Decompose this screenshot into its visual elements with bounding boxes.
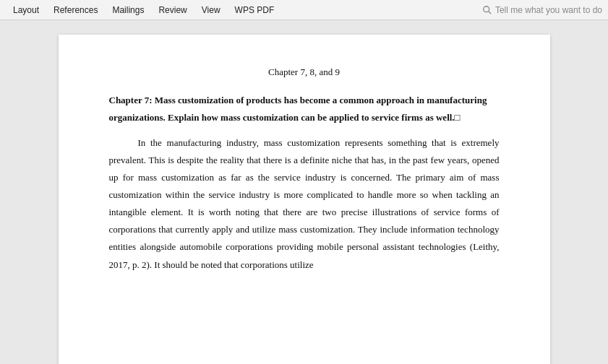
document-page: Chapter 7, 8, and 9 Chapter 7: Mass cust… bbox=[59, 35, 550, 364]
body-paragraph: In the manufacturing industry, mass cust… bbox=[109, 134, 500, 273]
search-icon bbox=[482, 5, 492, 15]
document-area: Chapter 7, 8, and 9 Chapter 7: Mass cust… bbox=[0, 20, 608, 364]
menu-view[interactable]: View bbox=[194, 2, 228, 18]
svg-line-1 bbox=[489, 11, 492, 14]
search-bar[interactable]: Tell me what you want to do bbox=[482, 5, 602, 15]
document-title: Chapter 7, 8, and 9 bbox=[109, 64, 500, 80]
menu-references[interactable]: References bbox=[46, 2, 105, 18]
search-placeholder: Tell me what you want to do bbox=[495, 5, 602, 15]
menubar: Layout References Mailings Review View W… bbox=[0, 0, 608, 20]
svg-point-0 bbox=[484, 6, 489, 12]
menu-wps-pdf[interactable]: WPS PDF bbox=[228, 2, 282, 18]
chapter-question: Chapter 7: Mass customization of product… bbox=[109, 92, 500, 126]
menu-mailings[interactable]: Mailings bbox=[105, 2, 151, 18]
menu-review[interactable]: Review bbox=[151, 2, 194, 18]
menu-layout[interactable]: Layout bbox=[6, 2, 46, 18]
